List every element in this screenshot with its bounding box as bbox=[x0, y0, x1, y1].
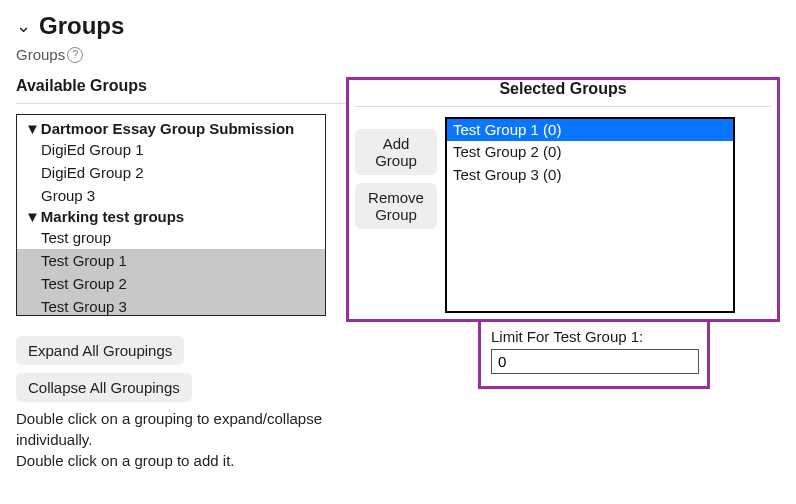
available-group-item[interactable]: DigiEd Group 2 bbox=[17, 161, 325, 184]
selected-group-item[interactable]: Test Group 1 (0) bbox=[447, 119, 733, 141]
available-group-item[interactable]: Group 3 bbox=[17, 184, 325, 207]
hint-line-2: Double click on a group to add it. bbox=[16, 450, 346, 471]
selected-heading: Selected Groups bbox=[355, 80, 771, 102]
expand-all-button[interactable]: Expand All Groupings bbox=[16, 336, 184, 365]
triangle-down-icon: ▼ bbox=[25, 208, 40, 225]
limit-input[interactable] bbox=[491, 349, 699, 374]
selected-groups-column: Selected GroupsAdd GroupRemove GroupTest… bbox=[346, 77, 780, 389]
divider bbox=[16, 103, 346, 104]
section-header[interactable]: ⌄ Groups bbox=[16, 12, 780, 40]
selected-highlight-box: Selected GroupsAdd GroupRemove GroupTest… bbox=[346, 77, 780, 322]
selected-groups-listbox[interactable]: Test Group 1 (0)Test Group 2 (0)Test Gro… bbox=[445, 117, 735, 313]
available-group-item[interactable]: Test Group 1 bbox=[17, 249, 325, 272]
help-icon[interactable]: ? bbox=[67, 47, 83, 63]
grouping-header[interactable]: ▼Marking test groups bbox=[17, 207, 325, 226]
limit-box: Limit For Test Group 1: bbox=[478, 322, 710, 389]
available-group-item[interactable]: Test group bbox=[17, 226, 325, 249]
grouping-header[interactable]: ▼Dartmoor Essay Group Submission bbox=[17, 119, 325, 138]
chevron-down-icon: ⌄ bbox=[16, 17, 31, 35]
collapse-all-button[interactable]: Collapse All Groupings bbox=[16, 373, 192, 402]
available-heading: Available Groups bbox=[16, 77, 346, 99]
remove-group-button[interactable]: Remove Group bbox=[355, 183, 437, 229]
hint-line-1: Double click on a grouping to expand/col… bbox=[16, 408, 346, 450]
sublabel-text: Groups bbox=[16, 46, 65, 63]
limit-label: Limit For Test Group 1: bbox=[491, 328, 697, 345]
transfer-buttons: Add GroupRemove Group bbox=[355, 117, 437, 229]
selected-group-item[interactable]: Test Group 3 (0) bbox=[447, 164, 733, 186]
available-groups-column: Available Groups ▼Dartmoor Essay Group S… bbox=[16, 77, 346, 471]
divider bbox=[355, 106, 771, 107]
triangle-down-icon: ▼ bbox=[25, 120, 40, 137]
available-group-item[interactable]: DigiEd Group 1 bbox=[17, 138, 325, 161]
selected-group-item[interactable]: Test Group 2 (0) bbox=[447, 141, 733, 163]
section-title: Groups bbox=[39, 12, 124, 40]
available-groups-listbox[interactable]: ▼Dartmoor Essay Group SubmissionDigiEd G… bbox=[16, 114, 326, 316]
groups-sublabel: Groups ? bbox=[16, 46, 780, 63]
available-group-item[interactable]: Test Group 2 bbox=[17, 272, 325, 295]
grouping-buttons: Expand All Groupings Collapse All Groupi… bbox=[16, 328, 346, 402]
add-group-button[interactable]: Add Group bbox=[355, 129, 437, 175]
available-group-item[interactable]: Test Group 3 bbox=[17, 295, 325, 316]
